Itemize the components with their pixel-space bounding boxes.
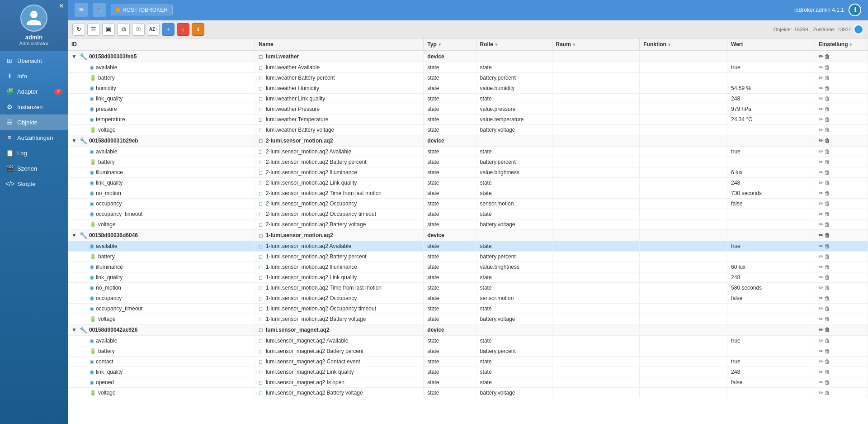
edit-icon[interactable]: ✏: [819, 127, 823, 133]
edit-icon[interactable]: ✏: [819, 274, 823, 281]
delete-icon[interactable]: 🗑: [825, 305, 830, 312]
copy-button[interactable]: ⧉: [117, 23, 130, 36]
delete-icon[interactable]: 🗑: [825, 75, 830, 81]
delete-icon[interactable]: 🗑: [825, 138, 830, 144]
delete-icon[interactable]: 🗑: [825, 232, 830, 238]
table-row[interactable]: ◉ occupancy_timeout ◻ 1-lumi.sensor_moti…: [68, 304, 868, 314]
eye-button[interactable]: 👁: [75, 3, 88, 17]
delete-icon[interactable]: 🗑: [825, 274, 830, 281]
expand-icon[interactable]: ▼: [71, 138, 77, 144]
edit-icon[interactable]: ✏: [819, 264, 823, 270]
add-button[interactable]: +: [162, 23, 175, 36]
sidebar-item-objekte[interactable]: ☰ Objekte: [0, 114, 68, 130]
edit-icon[interactable]: ✏: [819, 305, 823, 312]
table-row[interactable]: ◉ available ◻ lumi.sensor_magnet.aq2 Ava…: [68, 336, 868, 346]
list-view-button[interactable]: ☰: [87, 23, 100, 36]
delete-icon[interactable]: 🗑: [825, 285, 830, 291]
edit-icon[interactable]: ✏: [819, 106, 823, 112]
table-row[interactable]: 🔋 voltage ◻ lumi.sensor_magnet.aq2 Batte…: [68, 388, 868, 398]
delete-icon[interactable]: 🗑: [825, 148, 830, 155]
table-row[interactable]: ▼ 🔧 00158d00036d6046 ◻ 1-lumi.sensor_mot…: [68, 230, 868, 241]
table-row[interactable]: ▼ 🔧 00158d000303feb5 ◻ lumi.weather devi…: [68, 51, 868, 62]
col-header-einstellung[interactable]: Einstellung ▾: [815, 38, 868, 51]
table-row[interactable]: ◉ link_quality ◻ 2-lumi.sensor_motion.aq…: [68, 178, 868, 188]
edit-icon[interactable]: ✏: [819, 285, 823, 291]
edit-icon[interactable]: ✏: [819, 159, 823, 165]
table-row[interactable]: 🔋 voltage ◻ 2-lumi.sensor_motion.aq2 Bat…: [68, 219, 868, 230]
delete-icon[interactable]: 🗑: [825, 295, 830, 301]
delete-icon[interactable]: 🗑: [825, 211, 830, 217]
table-row[interactable]: ▼ 🔧 00158d00042ae926 ◻ lumi.sensor_magne…: [68, 324, 868, 336]
edit-icon[interactable]: ✏: [819, 64, 823, 71]
edit-icon[interactable]: ✏: [819, 200, 823, 207]
edit-icon[interactable]: ✏: [819, 369, 823, 375]
grid-view-button[interactable]: ▣: [102, 23, 115, 36]
delete-icon[interactable]: 🗑: [825, 200, 830, 207]
edit-icon[interactable]: ✏: [819, 295, 823, 301]
delete-icon[interactable]: 🗑: [825, 358, 830, 365]
table-row[interactable]: 🔋 battery ◻ 1-lumi.sensor_motion.aq2 Bat…: [68, 252, 868, 262]
edit-icon[interactable]: ✏: [819, 180, 823, 186]
edit-icon[interactable]: ✏: [819, 379, 823, 386]
sidebar-item-aufzaehlungen[interactable]: ≡ Aufzählungen: [0, 130, 68, 145]
wrench-button[interactable]: 🔧: [93, 3, 106, 17]
table-row[interactable]: 🔋 battery ◻ lumi.sensor_magnet.aq2 Batte…: [68, 346, 868, 357]
table-row[interactable]: ◉ link_quality ◻ 1-lumi.sensor_motion.aq…: [68, 272, 868, 283]
edit-icon[interactable]: ✏: [819, 116, 823, 123]
delete-icon[interactable]: 🗑: [825, 190, 830, 196]
delete-icon[interactable]: 🗑: [825, 369, 830, 375]
col-header-name[interactable]: Name: [255, 38, 423, 51]
delete-icon[interactable]: 🗑: [825, 348, 830, 354]
table-row[interactable]: ◉ occupancy ◻ 1-lumi.sensor_motion.aq2 O…: [68, 293, 868, 304]
col-header-typ[interactable]: Typ ▾: [424, 38, 476, 51]
edit-icon[interactable]: ✏: [819, 390, 823, 396]
table-row[interactable]: ▼ 🔧 00158d00031b29eb ◻ 2-lumi.sensor_mot…: [68, 135, 868, 147]
delete-icon[interactable]: 🗑: [825, 316, 830, 322]
delete-icon[interactable]: 🗑: [825, 379, 830, 386]
sidebar-item-szenen[interactable]: 🎬 Szenen: [0, 161, 68, 176]
edit-icon[interactable]: ✏: [819, 148, 823, 155]
delete-icon[interactable]: 🗑: [825, 95, 830, 102]
delete-icon[interactable]: 🗑: [825, 85, 830, 91]
edit-icon[interactable]: ✏: [819, 169, 823, 176]
delete-icon[interactable]: 🗑: [825, 243, 830, 249]
table-row[interactable]: 🔋 voltage ◻ lumi.weather Battery voltage…: [68, 125, 868, 135]
table-row[interactable]: ◉ temperature ◻ lumi.weather Temperature…: [68, 114, 868, 125]
delete-icon[interactable]: 🗑: [825, 169, 830, 176]
table-row[interactable]: ◉ available ◻ 2-lumi.sensor_motion.aq2 A…: [68, 147, 868, 157]
edit-icon[interactable]: ✏: [819, 190, 823, 196]
sidebar-item-uebersicht[interactable]: ⊞ Übersicht: [0, 53, 68, 68]
sidebar-item-skripte[interactable]: </> Skripte: [0, 176, 68, 191]
table-row[interactable]: ◉ no_motion ◻ 2-lumi.sensor_motion.aq2 T…: [68, 188, 868, 199]
col-header-wert[interactable]: Wert: [727, 38, 815, 51]
edit-icon[interactable]: ✏: [819, 358, 823, 365]
edit-icon[interactable]: ✏: [819, 253, 823, 260]
col-header-rolle[interactable]: Rolle ▾: [476, 38, 552, 51]
delete-icon[interactable]: 🗑: [825, 264, 830, 270]
sort-az-button[interactable]: AZ↑: [147, 23, 160, 36]
number-button[interactable]: ①: [132, 23, 145, 36]
delete-icon[interactable]: 🗑: [825, 106, 830, 112]
delete-icon[interactable]: 🗑: [825, 253, 830, 260]
table-row[interactable]: ◉ illuminance ◻ 1-lumi.sensor_motion.aq2…: [68, 262, 868, 272]
table-row[interactable]: ◉ available ◻ lumi.weather Available sta…: [68, 62, 868, 73]
edit-icon[interactable]: ✏: [819, 348, 823, 354]
edit-icon[interactable]: ✏: [819, 211, 823, 217]
delete-icon[interactable]: 🗑: [825, 127, 830, 133]
refresh-button[interactable]: ↻: [72, 23, 85, 36]
table-row[interactable]: 🔋 voltage ◻ 1-lumi.sensor_motion.aq2 Bat…: [68, 314, 868, 324]
delete-icon[interactable]: 🗑: [825, 64, 830, 71]
delete-icon[interactable]: 🗑: [825, 221, 830, 228]
table-row[interactable]: ◉ illuminance ◻ 2-lumi.sensor_motion.aq2…: [68, 167, 868, 178]
edit-icon[interactable]: ✏: [819, 327, 823, 333]
edit-icon[interactable]: ✏: [819, 221, 823, 228]
col-header-raum[interactable]: Raum ▾: [552, 38, 640, 51]
sidebar-item-adapter[interactable]: 🧩 Adapter 2: [0, 84, 68, 99]
delete-icon[interactable]: 🗑: [825, 390, 830, 396]
edit-icon[interactable]: ✏: [819, 338, 823, 344]
table-row[interactable]: ◉ humidity ◻ lumi.weather Humidity state…: [68, 83, 868, 94]
sidebar-item-log[interactable]: 📋 Log: [0, 145, 68, 161]
close-icon[interactable]: ✕: [59, 2, 64, 10]
edit-icon[interactable]: ✏: [819, 75, 823, 81]
expand-icon[interactable]: ▼: [71, 53, 77, 60]
